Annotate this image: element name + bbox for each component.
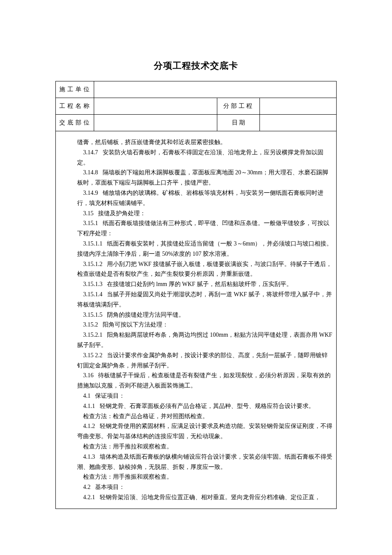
body-line: 3.16 待板缝腻子干燥后，检查板缝是否有裂缝产生，如发现裂纹，必须分析原因，采… xyxy=(77,370,333,391)
value-disclosure-part xyxy=(94,115,217,131)
body-line: 4.2.1 轻钢骨架沿顶、沿地龙骨应位置正确、相对垂直。竖向龙骨应分档准确、定位… xyxy=(77,492,333,503)
body-line: 3.15 2.2 当设计要求作金属护角条时，按设计要求的部位、高度，先刮一层腻子… xyxy=(77,350,333,371)
body-line: 4.1.2 轻钢龙骨使用的紧固材料，应满足设计要求及构造功能。安装轻钢骨架应保证… xyxy=(77,421,333,442)
header-table: 施工单位 工程名称 分部工程 交底部位 日 期 xyxy=(55,81,337,131)
body-line: 4.1.3 墙体构造及纸面石膏板的纵横向铺设应符合设计要求，安装必须牢固。纸面石… xyxy=(77,452,333,472)
body-line: 4.1 保证项目： xyxy=(77,391,333,401)
label-date: 日 期 xyxy=(217,115,260,131)
value-date xyxy=(260,115,337,131)
body-line: 3.15.1.5 阴角的接缝处理方法同平缝。 xyxy=(77,310,333,320)
value-project-name xyxy=(94,98,217,115)
header-row-3: 交底部位 日 期 xyxy=(56,115,337,131)
body-line: 3.14.9 铺放墙体内的玻璃棉。矿棉板、岩棉板等填充材料，与安装另一侧纸面石膏… xyxy=(77,188,333,208)
body-line: 3.15.2.1 阳角粘贴两层玻纤布条，角两边均拐过 100mm，粘贴方法同平缝… xyxy=(77,330,333,350)
body-line: 3.14.8 隔墙板的下端如用木踢脚板覆盖，罩面板应离地面 20～30mm；用大… xyxy=(77,168,333,188)
body-line: 3.15.1.2 用小刮刀把 WKF 接缝腻子嵌入板缝，板缝要嵌满嵌实，与波口刮… xyxy=(77,259,333,280)
body-line: 缝膏，然后铺板，挤压嵌缝膏使其和邻近表层紧密接触。 xyxy=(77,137,333,147)
body-line: 检查方法：用手推拉和观察检查。 xyxy=(77,442,333,452)
value-construction-unit xyxy=(94,81,337,98)
body-line: 3.14.7 安装防火墙石膏板时，石膏板不得固定在沿顶、沿地龙骨上，应另设横撑龙… xyxy=(77,147,333,168)
body-line: 3.15.1.1 纸面石膏板安装时，其接缝处应适当留缝（一般 3～6mm），并必… xyxy=(77,239,333,259)
body-line: 3.15.1 纸面石膏板墙接缝做法有三种形式，即平缝、凹缝和压条缝。一般做平缝较… xyxy=(77,218,333,239)
body-line: 3.15 接缝及护角处理： xyxy=(77,208,333,219)
label-sub-project: 分部工程 xyxy=(217,98,260,115)
label-disclosure-part: 交底部位 xyxy=(56,115,94,131)
body-line: 4.1.1 轻钢龙骨、石膏罩面板必须有产品合格证，其品种、型号、规格应符合设计要… xyxy=(77,401,333,411)
body-line: 4.2 基本项目： xyxy=(77,482,333,492)
value-sub-project xyxy=(260,98,337,115)
body-line: 3.15.2 阳角可按以下方法处理： xyxy=(77,320,333,330)
label-construction-unit: 施工单位 xyxy=(56,81,94,98)
header-row-2: 工程名称 分部工程 xyxy=(56,98,337,115)
body-line: 检查方法：检查产品合格证，并对照图纸检查。 xyxy=(77,411,333,422)
page-title: 分项工程技术交底卡 xyxy=(55,60,337,72)
header-row-1: 施工单位 xyxy=(56,81,337,98)
body-line: 3.15.1.4 当腻子开始凝固又尚处于潮湿状态时，再刮一道 WKF 腻子，将玻… xyxy=(77,289,333,310)
content-body: 缝膏，然后铺板，挤压嵌缝膏使其和邻近表层紧密接触。 3.14.7 安装防火墙石膏… xyxy=(55,131,337,509)
body-line: 检查方法：用手推振和观察检查。 xyxy=(77,472,333,482)
label-project-name: 工程名称 xyxy=(56,98,94,115)
body-line: 3.15.1.3 在接缝坡口处刮约 lmm 厚的 WKF 腻子，然后粘贴玻纤带，… xyxy=(77,279,333,289)
